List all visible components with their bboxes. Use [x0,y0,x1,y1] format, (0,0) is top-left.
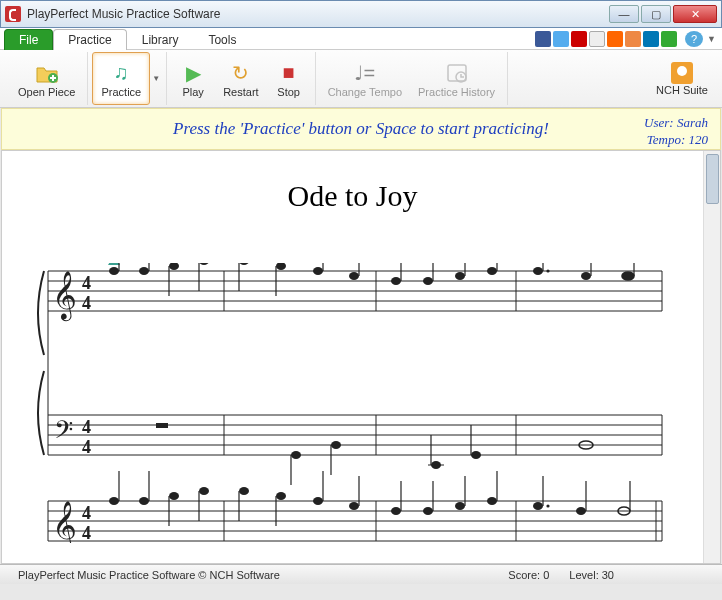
stumbleupon-icon[interactable] [625,31,641,47]
svg-text:4: 4 [82,417,91,437]
help-button[interactable]: ? [685,31,703,47]
linkedin-icon[interactable] [643,31,659,47]
change-tempo-button[interactable]: ♩= Change Tempo [320,52,410,105]
sheet-music-viewport[interactable]: Ode to Joy 𝄞 � [2,151,703,563]
open-piece-label: Open Piece [18,86,75,98]
svg-point-37 [239,263,249,265]
window-close-button[interactable]: ✕ [673,5,717,23]
music-notes-icon: ♫ [114,60,129,86]
vertical-scrollbar[interactable] [703,151,720,563]
sheet-music-area: Ode to Joy 𝄞 � [1,150,721,564]
restart-icon: ↻ [232,60,249,86]
svg-point-63 [331,441,341,449]
nch-suite-label: NCH Suite [656,84,708,96]
restart-label: Restart [223,86,258,98]
practice-history-button[interactable]: Practice History [410,52,503,105]
window-titlebar: PlayPerfect Music Practice Software — ▢ … [0,0,722,28]
svg-point-33 [169,263,179,270]
tab-practice[interactable]: Practice [53,29,126,50]
svg-point-35 [199,263,209,265]
svg-text:4: 4 [82,523,91,543]
svg-point-97 [313,497,323,505]
svg-point-111 [546,504,549,507]
svg-point-101 [391,507,401,515]
user-name: Sarah [677,115,708,130]
svg-point-55 [546,269,549,272]
window-title: PlayPerfect Music Practice Software [27,7,609,21]
svg-point-105 [455,502,465,510]
plus-icon[interactable] [661,31,677,47]
nch-suite-button[interactable]: NCH Suite [648,52,716,105]
practice-button[interactable]: ♫ Practice [92,52,150,105]
window-minimize-button[interactable]: — [609,5,639,23]
svg-text:𝄞: 𝄞 [52,271,77,322]
window-maximize-button[interactable]: ▢ [641,5,671,23]
svg-point-61 [291,451,301,459]
app-icon [5,6,21,22]
level-label: Level: [569,569,598,581]
tab-tools[interactable]: Tools [193,29,251,50]
svg-point-56 [581,272,591,280]
svg-point-89 [169,492,179,500]
svg-point-99 [349,502,359,510]
svg-point-87 [139,497,149,505]
music-staff: 𝄞 𝄢 4 4 4 4 [26,263,666,543]
tempo-value: 120 [689,132,709,147]
status-bar: PlayPerfect Music Practice Software © NC… [0,564,722,584]
status-score: Score: 0 [498,569,559,581]
nch-suite-icon [671,62,693,84]
svg-point-95 [276,492,286,500]
tempo-icon: ♩= [354,60,375,86]
menu-file[interactable]: File [4,29,53,50]
svg-point-53 [533,267,543,275]
svg-point-45 [391,277,401,285]
practice-history-label: Practice History [418,86,495,98]
tempo-label: Tempo: [647,132,686,147]
facebook-icon[interactable] [535,31,551,47]
change-tempo-label: Change Tempo [328,86,402,98]
user-label: User: [644,115,674,130]
open-piece-button[interactable]: Open Piece [10,52,83,105]
status-app-text: PlayPerfect Music Practice Software © NC… [8,569,498,581]
stop-label: Stop [277,86,300,98]
svg-point-49 [455,272,465,280]
svg-text:𝄢: 𝄢 [54,416,73,449]
youtube-icon[interactable] [571,31,587,47]
banner-message: Press the 'Practice' button or Space to … [14,119,708,139]
svg-point-109 [533,502,543,510]
svg-point-107 [487,497,497,505]
help-dropdown-arrow[interactable]: ▼ [707,34,716,44]
svg-point-93 [239,487,249,495]
play-button[interactable]: ▶ Play [171,52,215,105]
scrollbar-thumb[interactable] [706,154,719,204]
practice-dropdown-arrow[interactable]: ▼ [150,74,162,83]
svg-marker-20 [108,263,120,265]
svg-point-47 [423,277,433,285]
google-plus-icon[interactable] [607,31,623,47]
stop-icon: ■ [283,60,295,86]
level-value: 30 [602,569,614,581]
tab-library[interactable]: Library [127,29,194,50]
svg-point-85 [109,497,119,505]
svg-point-43 [349,272,359,280]
svg-point-112 [576,507,586,515]
svg-text:4: 4 [82,437,91,457]
svg-text:𝄞: 𝄞 [52,501,77,543]
stop-button[interactable]: ■ Stop [267,52,311,105]
twitter-icon[interactable] [553,31,569,47]
svg-point-29 [109,267,119,275]
svg-point-91 [199,487,209,495]
restart-button[interactable]: ↻ Restart [215,52,266,105]
svg-rect-60 [156,423,168,428]
folder-plus-icon [35,60,59,86]
info-banner: Press the 'Practice' button or Space to … [1,108,721,150]
toolbar: Open Piece ♫ Practice ▼ ▶ Play ↻ Restart… [0,50,722,108]
menu-bar: File Practice Library Tools ? ▼ [0,28,722,50]
share-grid-icon[interactable] [589,31,605,47]
svg-point-103 [423,507,433,515]
score-label: Score: [508,569,540,581]
svg-point-68 [471,451,481,459]
play-label: Play [182,86,203,98]
svg-point-31 [139,267,149,275]
svg-text:4: 4 [82,503,91,523]
